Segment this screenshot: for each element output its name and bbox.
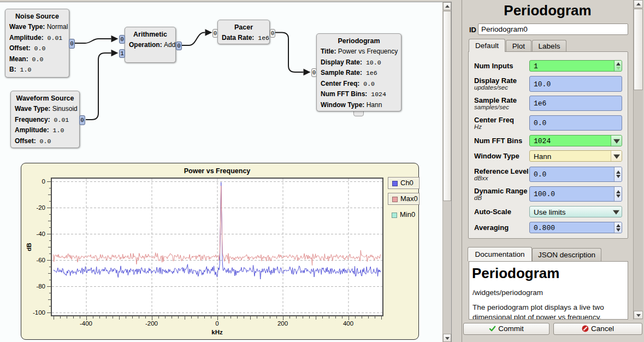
svg-text:kHz: kHz (211, 329, 223, 335)
output-port[interactable]: 0 (176, 42, 182, 50)
field-display-rate[interactable]: 10.0 (529, 76, 622, 92)
block-property: Display Rate: 10.0 (317, 57, 401, 68)
spin-down-button[interactable] (615, 174, 622, 181)
field-value: 1e6 (534, 99, 546, 108)
input-port[interactable]: 1 (119, 49, 125, 58)
field-label: Num FFT Bins (474, 137, 522, 145)
block-periodogram[interactable]: Periodogram Title: Power vs FrequencyDis… (316, 33, 401, 111)
commit-button[interactable]: Commit (463, 323, 550, 335)
legend-item-ch0[interactable]: Ch0 (388, 177, 420, 189)
output-port[interactable]: 0 (69, 39, 75, 49)
tab-default[interactable]: Default (469, 39, 505, 52)
block-property: Mean: 0.0 (5, 54, 69, 65)
scrollbar-thumb[interactable] (443, 11, 451, 201)
spin-down-button[interactable] (615, 66, 622, 72)
spin-up-button[interactable] (615, 61, 622, 66)
tab-documentation[interactable]: Documentation (468, 247, 532, 261)
svg-text:-60: -60 (36, 257, 45, 263)
field-reference-level[interactable]: 0.0 (529, 167, 622, 182)
plot-canvas[interactable]: Power vs Frequency-400-20002004000-20-40… (21, 163, 420, 340)
block-property: Amplitude: 0.01 (5, 33, 69, 44)
block-property: Wave Type: Normal (5, 22, 69, 33)
field-unit: Hz (474, 123, 482, 130)
wire-arithmetic-to-pacer[interactable] (181, 33, 205, 46)
wire-waveform-to-arithmetic[interactable] (86, 53, 111, 120)
spin-down-button[interactable] (615, 228, 622, 233)
scroll-up-button[interactable] (443, 2, 451, 10)
combo-dropdown-button[interactable] (611, 207, 622, 217)
panel-vertical-scrollbar[interactable] (633, 0, 643, 320)
spin-up-button[interactable] (615, 222, 622, 228)
svg-text:dB: dB (26, 243, 32, 251)
scroll-up-button[interactable] (634, 0, 643, 8)
output-port[interactable]: 0 (79, 115, 85, 125)
scroll-down-button[interactable] (634, 311, 643, 319)
commit-label: Commit (498, 325, 524, 333)
down-arrow-icon (616, 228, 621, 232)
properties-panel: Periodogram ID Periodogram0 Default Plot… (462, 0, 644, 342)
output-port[interactable]: 0 (270, 29, 275, 38)
legend-item-max0[interactable]: Max0 (388, 193, 420, 205)
scroll-down-button[interactable] (443, 334, 451, 342)
field-unit: samples/sec (474, 104, 509, 110)
field-sample-rate[interactable]: 1e6 (529, 96, 622, 111)
spinner-buttons[interactable] (614, 167, 622, 181)
field-label: Window Type (474, 152, 519, 160)
spin-down-button[interactable] (615, 194, 622, 201)
field-label: Sample Rate (474, 96, 517, 104)
field-dynamic-range[interactable]: 100.0 (529, 186, 622, 202)
block-title: Pacer (218, 22, 269, 33)
field-auto-scale[interactable]: Use limits (529, 206, 622, 217)
splitter-handle[interactable] (452, 0, 462, 342)
field-num-fft-bins[interactable]: 1024 (529, 135, 622, 146)
block-property: Frequency: 0.01 (11, 115, 79, 126)
svg-text:-400: -400 (80, 320, 92, 327)
wire-noise-to-arithmetic[interactable] (74, 39, 111, 43)
tab-labels[interactable]: Labels (532, 40, 566, 52)
field-window-type[interactable]: Hann (529, 150, 622, 162)
spinner-buttons[interactable] (614, 187, 622, 201)
canvas-vertical-scrollbar[interactable] (442, 2, 451, 342)
block-arithmetic[interactable]: Arithmetic Operation: Add 0 1 0 (125, 27, 176, 63)
field-averaging[interactable]: 0.800 (529, 222, 622, 233)
svg-text:-80: -80 (36, 283, 45, 290)
block-title: Waveform Source (11, 93, 79, 104)
input-port[interactable]: 0 (212, 29, 218, 38)
down-arrow-icon (616, 194, 621, 198)
field-label: Center Freq (474, 116, 514, 124)
tab-json-description[interactable]: JSON description (532, 248, 601, 261)
id-input[interactable]: Periodogram0 (478, 23, 628, 35)
block-waveform-source[interactable]: Waveform Source Wave Type: SinusoidFrequ… (10, 91, 80, 148)
wire-pacer-to-periodogram[interactable] (275, 33, 304, 73)
cancel-label: Cancel (591, 325, 614, 333)
svg-text:-40: -40 (36, 231, 45, 237)
graph-editor-canvas[interactable]: Noise Source Wave Type: NormalAmplitude:… (0, 2, 452, 342)
svg-text:Power vs Frequency: Power vs Frequency (184, 167, 251, 175)
doc-path: /widgets/periodogram (472, 288, 543, 297)
documentation-pane: Periodogram /widgets/periodogram The per… (469, 261, 628, 320)
legend-item-min0[interactable]: Min0 (388, 209, 420, 221)
field-label: Averaging (474, 223, 509, 232)
block-property: Wave Type: Sinusoid (11, 104, 79, 115)
block-pacer[interactable]: Pacer Data Rate: 1e6 0 0 (217, 20, 270, 44)
cancel-button[interactable]: Cancel (553, 323, 642, 335)
block-props: Title: Power vs FrequencyDisplay Rate: 1… (317, 46, 401, 110)
spinner-buttons[interactable] (614, 222, 622, 233)
spin-up-button[interactable] (615, 167, 622, 174)
scrollbar-thumb[interactable] (634, 9, 643, 90)
tab-plot[interactable]: Plot (506, 40, 531, 52)
spin-up-button[interactable] (615, 187, 622, 194)
combo-dropdown-button[interactable] (611, 135, 622, 146)
field-unit: updates/sec (474, 84, 508, 91)
doc-body: The periodogram plot displays a live two… (472, 303, 616, 320)
block-property: Center Freq: 0.0 (317, 79, 401, 90)
field-num-inputs[interactable]: 1 (529, 60, 622, 72)
spinner-buttons[interactable] (614, 61, 622, 71)
block-noise-source[interactable]: Noise Source Wave Type: NormalAmplitude:… (5, 9, 69, 78)
combo-dropdown-button[interactable] (611, 151, 622, 161)
input-port[interactable]: 0 (311, 68, 317, 77)
periodogram-plot: Power vs Frequency-400-20002004000-20-40… (21, 163, 419, 340)
input-port[interactable]: 0 (119, 35, 125, 44)
field-label: Num Inputs (474, 62, 513, 70)
field-center-freq[interactable]: 0.0 (529, 115, 622, 131)
